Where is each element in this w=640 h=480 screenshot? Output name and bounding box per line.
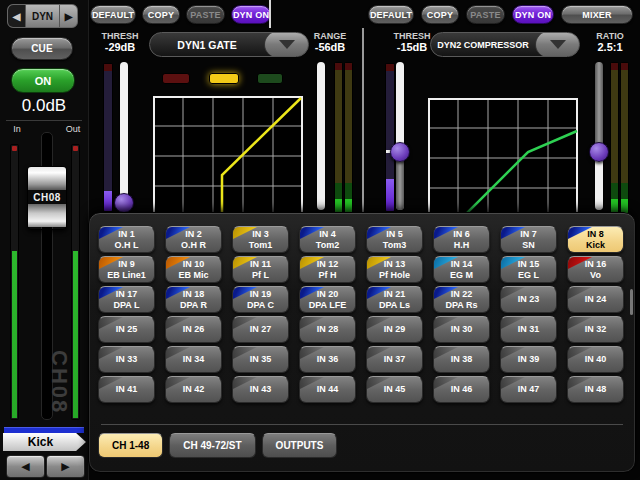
dyn2-ratio-slider[interactable] <box>595 62 603 210</box>
channel-name: Vo <box>590 270 601 281</box>
channel-id: IN 15 <box>518 259 540 270</box>
dyn1-dropdown-button[interactable] <box>264 32 309 57</box>
channel-button-25[interactable]: IN 25 <box>98 316 155 343</box>
channel-button-7[interactable]: IN 7SN <box>500 226 557 253</box>
channel-button-40[interactable]: IN 40 <box>567 346 624 373</box>
divider <box>6 120 82 121</box>
channel-button-2[interactable]: IN 2O.H R <box>165 226 222 253</box>
channel-name: DPA Rs <box>445 300 477 311</box>
channel-button-11[interactable]: IN 11Pf L <box>232 256 289 283</box>
dyn1-threshold-slider[interactable] <box>120 62 128 210</box>
dyn1-threshold-knob[interactable] <box>114 193 134 213</box>
channel-button-37[interactable]: IN 37 <box>366 346 423 373</box>
selector-prev-icon[interactable]: ◀ <box>8 5 26 27</box>
channel-button-3[interactable]: IN 3Tom1 <box>232 226 289 253</box>
on-button[interactable]: ON <box>11 68 75 93</box>
channel-button-33[interactable]: IN 33 <box>98 346 155 373</box>
scrollbar[interactable] <box>630 289 633 315</box>
channel-button-24[interactable]: IN 24 <box>567 286 624 313</box>
channel-button-46[interactable]: IN 46 <box>433 376 490 403</box>
channel-button-47[interactable]: IN 47 <box>500 376 557 403</box>
channel-button-23[interactable]: IN 23 <box>500 286 557 313</box>
channel-fader[interactable]: CH08 <box>27 166 67 230</box>
channel-name: O.H R <box>181 240 206 251</box>
dyn1-type-dropdown[interactable]: DYN1 GATE <box>149 32 309 57</box>
selector-next-icon[interactable]: ▶ <box>59 5 77 27</box>
cue-button[interactable]: CUE <box>11 37 73 60</box>
channel-button-43[interactable]: IN 43 <box>232 376 289 403</box>
dyn1-on-button[interactable]: DYN ON <box>231 5 271 24</box>
dyn2-ratio-knob[interactable] <box>589 142 609 162</box>
channel-button-14[interactable]: IN 14EG M <box>433 256 490 283</box>
channel-button-18[interactable]: IN 18DPA R <box>165 286 222 313</box>
channel-id: IN 13 <box>384 259 406 270</box>
channel-button-15[interactable]: IN 15EG L <box>500 256 557 283</box>
dyn1-paste-button[interactable]: PASTE <box>186 5 225 24</box>
channel-id: IN 9 <box>118 259 135 270</box>
dyn1-gr-meter-left <box>334 62 343 214</box>
mixer-button[interactable]: MIXER <box>561 5 633 24</box>
channel-button-26[interactable]: IN 26 <box>165 316 222 343</box>
dyn2-copy-button[interactable]: COPY <box>421 5 459 24</box>
dyn2-dropdown-button[interactable] <box>535 32 580 57</box>
channel-button-16[interactable]: IN 16Vo <box>567 256 624 283</box>
channel-id-watermark: CH08 <box>46 350 72 414</box>
channel-id: IN 1 <box>118 229 135 240</box>
dyn2-on-button[interactable]: DYN ON <box>512 5 554 24</box>
channel-button-28[interactable]: IN 28 <box>299 316 356 343</box>
channel-button-42[interactable]: IN 42 <box>165 376 222 403</box>
dyn1-copy-button[interactable]: COPY <box>142 5 180 24</box>
dyn2-gr-meter-right <box>620 62 629 214</box>
tab-ch-49-72-st[interactable]: CH 49-72/ST <box>169 433 255 458</box>
channel-button-35[interactable]: IN 35 <box>232 346 289 373</box>
channel-id: IN 17 <box>116 289 138 300</box>
channel-button-29[interactable]: IN 29 <box>366 316 423 343</box>
selector-label: DYN <box>26 5 59 27</box>
dyn1-threshold-meter <box>103 63 113 212</box>
channel-button-41[interactable]: IN 41 <box>98 376 155 403</box>
channel-name-tag[interactable]: Kick <box>3 433 86 451</box>
channel-button-22[interactable]: IN 22DPA Rs <box>433 286 490 313</box>
channel-button-30[interactable]: IN 30 <box>433 316 490 343</box>
channel-button-39[interactable]: IN 39 <box>500 346 557 373</box>
channel-button-20[interactable]: IN 20DPA LFE <box>299 286 356 313</box>
channel-button-19[interactable]: IN 19DPA C <box>232 286 289 313</box>
channel-button-27[interactable]: IN 27 <box>232 316 289 343</box>
dyn2-type-dropdown[interactable]: DYN2 COMPRESSOR <box>430 32 580 57</box>
dyn2-paste-button[interactable]: PASTE <box>466 5 505 24</box>
channel-button-34[interactable]: IN 34 <box>165 346 222 373</box>
tab-ch-1-48[interactable]: CH 1-48 <box>98 433 163 458</box>
dyn2-ratio-value: 2.5:1 <box>586 42 634 53</box>
channel-button-31[interactable]: IN 31 <box>500 316 557 343</box>
next-channel-button[interactable]: ▶ <box>46 455 85 478</box>
channel-button-32[interactable]: IN 32 <box>567 316 624 343</box>
dyn2-threshold-knob[interactable] <box>390 142 410 162</box>
channel-button-4[interactable]: IN 4Tom2 <box>299 226 356 253</box>
channel-button-17[interactable]: IN 17DPA L <box>98 286 155 313</box>
channel-id: IN 25 <box>116 324 138 335</box>
channel-button-12[interactable]: IN 12Pf H <box>299 256 356 283</box>
channel-button-9[interactable]: IN 9EB Line1 <box>98 256 155 283</box>
channel-button-44[interactable]: IN 44 <box>299 376 356 403</box>
tab-outputs[interactable]: OUTPUTS <box>262 433 338 458</box>
processor-selector[interactable]: ◀ DYN ▶ <box>7 4 78 28</box>
dyn1-default-button[interactable]: DEFAULT <box>90 5 136 24</box>
channel-button-8[interactable]: IN 8Kick <box>567 226 624 253</box>
channel-button-6[interactable]: IN 6H.H <box>433 226 490 253</box>
channel-button-48[interactable]: IN 48 <box>567 376 624 403</box>
channel-button-5[interactable]: IN 5Tom3 <box>366 226 423 253</box>
prev-channel-button[interactable]: ◀ <box>6 455 45 478</box>
channel-button-13[interactable]: IN 13Pf Hole <box>366 256 423 283</box>
channel-name: DPA L <box>114 300 140 311</box>
dyn2-threshold-slider[interactable] <box>396 62 404 210</box>
channel-name: Tom3 <box>383 240 406 251</box>
channel-button-21[interactable]: IN 21DPA Ls <box>366 286 423 313</box>
dyn1-range-slider[interactable] <box>317 62 325 210</box>
channel-button-38[interactable]: IN 38 <box>433 346 490 373</box>
dyn2-default-button[interactable]: DEFAULT <box>368 5 414 24</box>
channel-button-1[interactable]: IN 1O.H L <box>98 226 155 253</box>
channel-button-10[interactable]: IN 10EB Mic <box>165 256 222 283</box>
channel-button-45[interactable]: IN 45 <box>366 376 423 403</box>
channel-id: IN 44 <box>317 384 339 395</box>
channel-button-36[interactable]: IN 36 <box>299 346 356 373</box>
